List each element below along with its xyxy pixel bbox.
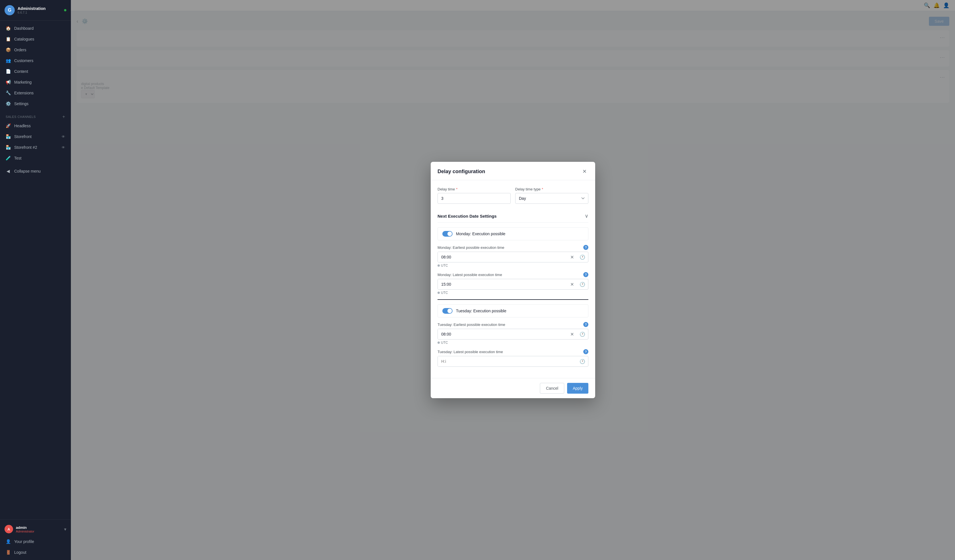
user-info: admin Administrator [16, 526, 34, 533]
monday-latest-input[interactable] [438, 279, 567, 289]
sidebar: G Administration 6.6.7.1 🏠 Dashboard 📋 C… [0, 0, 71, 560]
monday-latest-clear-button[interactable]: ✕ [567, 280, 577, 289]
monday-latest-utc: UTC [438, 291, 589, 295]
monday-earliest-clock-button[interactable]: 🕐 [577, 252, 588, 262]
user-name: admin [16, 526, 34, 530]
tuesday-latest-label: Tuesday: Latest possible execution time [438, 350, 503, 354]
profile-icon: 👤 [6, 539, 11, 544]
modal-overlay: Delay configuration ✕ Delay time * [71, 0, 955, 560]
storefront-icon: 🏪 [6, 134, 11, 139]
delay-time-input[interactable] [438, 193, 511, 204]
tuesday-earliest-label-row: Tuesday: Earliest possible execution tim… [438, 322, 589, 327]
tuesday-earliest-help-icon[interactable]: ? [583, 322, 589, 327]
utc-text3: UTC [441, 341, 448, 345]
delay-configuration-modal: Delay configuration ✕ Delay time * [431, 162, 595, 398]
logo-letter: G [8, 8, 11, 13]
monday-toggle[interactable] [442, 231, 452, 237]
monday-toggle-label: Monday: Execution possible [456, 232, 505, 236]
sidebar-item-storefront[interactable]: 🏪 Storefront 👁 [0, 131, 71, 142]
delay-time-type-select[interactable]: Day Minute Hour Week [515, 193, 589, 204]
sidebar-item-label: Orders [14, 48, 27, 52]
sidebar-item-content[interactable]: 📄 Content [0, 66, 71, 77]
tuesday-earliest-input-wrapper: ✕ 🕐 [438, 329, 589, 339]
utc-dot [438, 264, 440, 267]
collapse-menu-button[interactable]: ◀ Collapse menu [0, 166, 71, 177]
cancel-button[interactable]: Cancel [540, 383, 564, 394]
user-role: Administrator [16, 530, 34, 533]
modal-body: Delay time * Delay time type * Day Minut… [431, 180, 595, 378]
sidebar-item-headless[interactable]: 🚀 Headless [0, 120, 71, 131]
monday-earliest-section: Monday: Earliest possible execution time… [438, 245, 589, 267]
tuesday-earliest-input[interactable] [438, 329, 567, 339]
catalogues-icon: 📋 [6, 36, 11, 42]
monday-latest-clock-button[interactable]: 🕐 [577, 280, 588, 289]
sidebar-item-catalogues[interactable]: 📋 Catalogues [0, 34, 71, 44]
toggle-slider2 [442, 308, 452, 314]
user-avatar: A [5, 525, 13, 533]
collapse-icon: ◀ [6, 169, 11, 174]
modal-title: Delay configuration [438, 169, 485, 175]
monday-earliest-help-icon[interactable]: ? [583, 245, 589, 250]
sidebar-item-customers[interactable]: 👥 Customers [0, 55, 71, 66]
tuesday-earliest-utc: UTC [438, 341, 589, 345]
main-content: 🔍 🔔 👤 ‹ ⚙️ Save ⋯ ⋯ ⋯ digital products e… [71, 0, 955, 560]
sidebar-item-label: Your profile [14, 539, 34, 544]
delay-time-type-group: Delay time type * Day Minute Hour Week [515, 187, 589, 204]
modal-header: Delay configuration ✕ [431, 162, 595, 180]
next-execution-section[interactable]: Next Execution Date Settings ∨ [438, 210, 589, 223]
section-title: Next Execution Date Settings [438, 214, 496, 219]
tuesday-earliest-section: Tuesday: Earliest possible execution tim… [438, 322, 589, 345]
apply-button[interactable]: Apply [567, 383, 589, 394]
tuesday-earliest-clear-button[interactable]: ✕ [567, 329, 577, 339]
delay-time-label: Delay time * [438, 187, 511, 191]
content-icon: 📄 [6, 69, 11, 74]
monday-latest-section: Monday: Latest possible execution time ?… [438, 272, 589, 295]
tuesday-earliest-clock-button[interactable]: 🕐 [577, 329, 588, 339]
sidebar-item-label: Storefront [14, 135, 31, 139]
tuesday-toggle-label: Tuesday: Execution possible [456, 309, 506, 313]
tuesday-latest-input-wrapper: 🕐 [438, 356, 589, 367]
sidebar-item-orders[interactable]: 📦 Orders [0, 44, 71, 55]
user-dropdown-icon: ▾ [64, 527, 66, 532]
sidebar-item-label: Settings [14, 102, 29, 106]
headless-icon: 🚀 [6, 123, 11, 128]
sidebar-item-label: Storefront #2 [14, 145, 37, 150]
sidebar-item-label: Logout [14, 550, 27, 555]
modal-close-button[interactable]: ✕ [581, 167, 589, 175]
sidebar-item-extensions[interactable]: 🔧 Extensions [0, 88, 71, 99]
sidebar-item-label: Dashboard [14, 26, 34, 31]
sidebar-item-test[interactable]: 🧪 Test [0, 153, 71, 164]
orders-icon: 📦 [6, 47, 11, 52]
monday-earliest-input[interactable] [438, 252, 567, 262]
visibility-icon: 👁 [61, 135, 65, 139]
sidebar-item-profile[interactable]: 👤 Your profile [0, 536, 71, 547]
user-profile-item[interactable]: A admin Administrator ▾ [0, 522, 71, 536]
sidebar-item-storefront2[interactable]: 🏪 Storefront #2 👁 [0, 142, 71, 153]
delay-time-row: Delay time * Delay time type * Day Minut… [438, 187, 589, 204]
add-sales-channel-button[interactable]: + [63, 114, 65, 119]
monday-latest-label-row: Monday: Latest possible execution time ? [438, 272, 589, 277]
sidebar-item-label: Extensions [14, 91, 33, 95]
sidebar-item-marketing[interactable]: 📢 Marketing [0, 77, 71, 88]
sidebar-item-label: Headless [14, 124, 31, 128]
monday-earliest-clear-button[interactable]: ✕ [567, 252, 577, 262]
sidebar-header: G Administration 6.6.7.1 [0, 0, 71, 21]
tuesday-latest-help-icon[interactable]: ? [583, 349, 589, 354]
test-icon: 🧪 [6, 156, 11, 161]
monday-earliest-input-wrapper: ✕ 🕐 [438, 252, 589, 263]
tuesday-latest-clock-button[interactable]: 🕐 [577, 357, 588, 366]
app-info: Administration 6.6.7.1 [17, 6, 45, 14]
monday-earliest-utc: UTC [438, 264, 589, 267]
section-divider [438, 299, 589, 300]
online-indicator [64, 9, 66, 11]
app-name: Administration [17, 6, 45, 11]
tuesday-toggle[interactable] [442, 308, 452, 314]
visibility2-icon: 👁 [61, 145, 65, 150]
monday-latest-help-icon[interactable]: ? [583, 272, 589, 277]
sidebar-item-dashboard[interactable]: 🏠 Dashboard [0, 23, 71, 34]
sidebar-item-settings[interactable]: ⚙️ Settings [0, 99, 71, 109]
tuesday-latest-label-row: Tuesday: Latest possible execution time … [438, 349, 589, 354]
tuesday-latest-input[interactable] [438, 356, 577, 366]
monday-latest-input-wrapper: ✕ 🕐 [438, 279, 589, 289]
sidebar-item-logout[interactable]: 🚪 Logout [0, 547, 71, 558]
